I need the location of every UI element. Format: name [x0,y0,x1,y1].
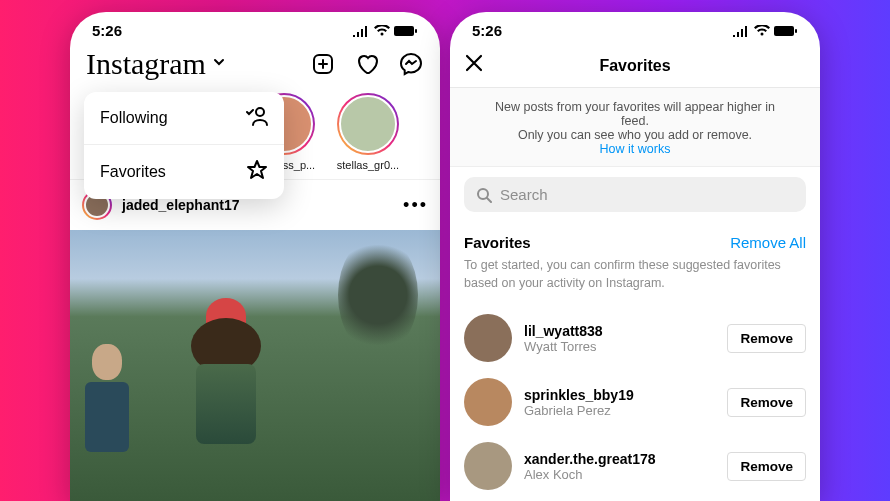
status-bar: 5:26 [70,12,440,45]
status-time: 5:26 [472,22,502,39]
post-image[interactable] [70,230,440,501]
favorite-item: lil_wyatt838 Wyatt Torres Remove [450,306,820,370]
status-icons [732,25,798,37]
battery-icon [394,25,418,37]
wifi-icon [754,25,770,37]
phone-feed: 5:26 Instagram Your Story liam_bean.. [70,12,440,501]
activity-heart-button[interactable] [354,51,380,77]
avatar[interactable] [464,314,512,362]
instagram-logo[interactable]: Instagram [86,47,206,81]
section-title: Favorites [464,234,531,251]
status-icons [352,25,418,37]
svg-point-3 [256,108,264,116]
how-it-works-link[interactable]: How it works [480,142,790,156]
favorites-header: Favorites [450,45,820,88]
remove-button[interactable]: Remove [727,452,806,481]
dropdown-following[interactable]: Following [84,92,284,144]
messenger-button[interactable] [398,51,424,77]
favorite-fullname: Wyatt Torres [524,339,715,354]
feed-dropdown-menu: Following Favorites [84,92,284,199]
info-banner: New posts from your favorites will appea… [450,88,820,167]
favorites-hint: To get started, you can confirm these su… [450,255,820,306]
avatar[interactable] [464,378,512,426]
page-title: Favorites [464,57,806,75]
search-placeholder: Search [500,186,548,203]
post-more-button[interactable]: ••• [403,195,428,216]
favorite-username[interactable]: lil_wyatt838 [524,323,715,339]
banner-text: New posts from your favorites will appea… [480,100,790,128]
favorite-username[interactable]: xander.the.great178 [524,451,715,467]
app-header: Instagram [70,45,440,87]
story-item[interactable]: stellas_gr0... [332,93,404,171]
remove-button[interactable]: Remove [727,324,806,353]
signal-icon [732,25,750,37]
svg-rect-0 [394,26,414,36]
create-post-button[interactable] [310,51,336,77]
post-username[interactable]: jaded_elephant17 [122,197,240,213]
remove-all-button[interactable]: Remove All [730,234,806,251]
favorite-item: sprinkles_bby19 Gabriela Perez Remove [450,370,820,434]
avatar[interactable] [464,442,512,490]
signal-icon [352,25,370,37]
following-icon [246,106,268,130]
search-input[interactable]: Search [464,177,806,212]
battery-icon [774,25,798,37]
remove-button[interactable]: Remove [727,388,806,417]
svg-rect-1 [415,29,417,33]
favorite-username[interactable]: sprinkles_bby19 [524,387,715,403]
favorite-item: xander.the.great178 Alex Koch Remove [450,434,820,498]
story-label: stellas_gr0... [332,159,404,171]
search-icon [476,187,492,203]
favorite-fullname: Alex Koch [524,467,715,482]
phone-favorites: 5:26 Favorites New posts from your favor… [450,12,820,501]
svg-rect-5 [795,29,797,33]
status-bar: 5:26 [450,12,820,45]
banner-text: Only you can see who you add or remove. [480,128,790,142]
favorites-section-header: Favorites Remove All [450,222,820,255]
favorite-fullname: Gabriela Perez [524,403,715,418]
dropdown-label: Following [100,109,168,127]
dropdown-favorites[interactable]: Favorites [84,144,284,199]
dropdown-label: Favorites [100,163,166,181]
svg-rect-4 [774,26,794,36]
wifi-icon [374,25,390,37]
status-time: 5:26 [92,22,122,39]
chevron-down-icon[interactable] [212,55,226,73]
star-icon [246,159,268,185]
